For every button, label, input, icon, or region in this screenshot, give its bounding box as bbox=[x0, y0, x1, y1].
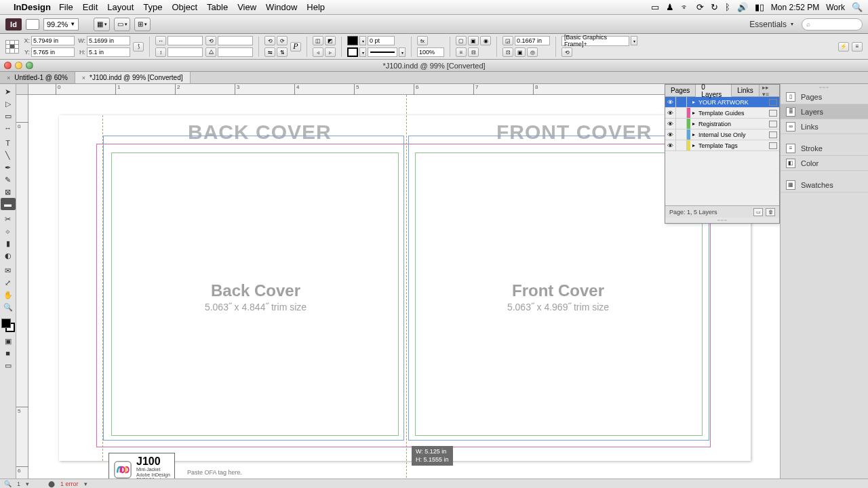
lock-toggle[interactable] bbox=[676, 140, 687, 150]
page-tool[interactable]: ▭ bbox=[1, 110, 16, 122]
layer-row[interactable]: 👁 ▸ YOUR ARTWORK bbox=[665, 97, 779, 108]
vertical-ruler[interactable]: 0 5 6 bbox=[16, 95, 28, 488]
delete-layer-button[interactable]: 🗑 bbox=[766, 208, 775, 216]
rectangle-tool[interactable]: ▬ bbox=[1, 198, 16, 210]
opacity-input[interactable]: 100% bbox=[417, 47, 444, 57]
visibility-toggle[interactable]: 👁 bbox=[665, 108, 676, 118]
formatting-container[interactable]: ▣ bbox=[1, 335, 16, 347]
eyedropper-tool[interactable]: ⤢ bbox=[1, 277, 16, 289]
panel-button-links[interactable]: ∞Links bbox=[781, 119, 868, 134]
close-window[interactable] bbox=[4, 62, 12, 69]
w-input[interactable]: 5.1699 in bbox=[87, 36, 130, 45]
sync-icon[interactable]: ⟳ bbox=[696, 2, 704, 12]
object-style-dropdown[interactable]: [Basic Graphics Frame]+ bbox=[561, 36, 629, 46]
hand-tool[interactable]: ✋ bbox=[1, 289, 16, 301]
ruler-origin[interactable] bbox=[16, 84, 28, 95]
menu-view[interactable]: View bbox=[237, 2, 256, 12]
battery-icon[interactable]: ▮▯ bbox=[755, 2, 764, 12]
layer-row[interactable]: 👁 ▸ Template Tags bbox=[665, 140, 779, 151]
wrap-shape[interactable]: ◉ bbox=[480, 36, 491, 45]
fill-swatch[interactable] bbox=[347, 36, 358, 45]
quick-apply[interactable]: ⚡ bbox=[838, 42, 849, 52]
y-input[interactable]: 5.765 in bbox=[31, 47, 75, 57]
wrap-jump[interactable]: ≡ bbox=[456, 47, 467, 57]
lock-toggle[interactable] bbox=[676, 119, 687, 129]
canvas-area[interactable]: 0 1 2 3 4 5 6 7 8 0 5 6 BACK COVER FRONT… bbox=[16, 84, 868, 488]
close-tab-icon[interactable]: × bbox=[7, 75, 10, 81]
fit-content[interactable]: ⊡ bbox=[502, 47, 513, 57]
free-transform-tool[interactable]: ⟐ bbox=[1, 225, 16, 237]
stroke-style-dropdown[interactable]: ▾ bbox=[399, 47, 406, 57]
panel-button-swatches[interactable]: ▦Swatches bbox=[781, 178, 868, 192]
screen-mode-tool[interactable]: ▭ bbox=[1, 359, 16, 371]
gap-tool[interactable]: ↔ bbox=[1, 122, 16, 134]
fill-dropdown[interactable]: ▾ bbox=[359, 36, 366, 45]
minimize-window[interactable] bbox=[15, 62, 22, 69]
layer-row[interactable]: 👁 ▸ Registration bbox=[665, 119, 779, 129]
line-tool[interactable]: ╲ bbox=[1, 149, 16, 161]
clock[interactable]: Mon 2:52 PM bbox=[771, 3, 819, 12]
rotate-input[interactable] bbox=[218, 36, 253, 45]
panel-grip[interactable]: ┉┉┉ bbox=[781, 84, 868, 89]
select-container[interactable]: ◫ bbox=[313, 36, 323, 45]
extension-icon[interactable]: ♟ bbox=[666, 2, 674, 12]
scissors-tool[interactable]: ✂ bbox=[1, 213, 16, 225]
app-name[interactable]: InDesign bbox=[14, 2, 51, 12]
gradient-feather-tool[interactable]: ◐ bbox=[1, 249, 16, 262]
workspace-switcher[interactable]: Essentials▾ bbox=[749, 20, 793, 29]
bridge-button[interactable] bbox=[26, 19, 39, 30]
timemachine-icon[interactable]: ↻ bbox=[711, 2, 718, 12]
menu-window[interactable]: Window bbox=[266, 2, 297, 12]
stroke-swatch[interactable] bbox=[347, 47, 358, 57]
panel-button-stroke[interactable]: ≡Stroke bbox=[781, 141, 868, 156]
type-tool[interactable]: T bbox=[1, 137, 16, 149]
rectangle-frame-tool[interactable]: ⊠ bbox=[1, 186, 16, 198]
preflight-icon[interactable]: 🔍 bbox=[4, 481, 12, 487]
rotate-cw-button[interactable]: ⟳ bbox=[277, 36, 288, 45]
pencil-tool[interactable]: ✎ bbox=[1, 174, 16, 186]
panel-button-layers[interactable]: ≣Layers bbox=[781, 104, 868, 119]
visibility-toggle[interactable]: 👁 bbox=[665, 119, 676, 129]
note-tool[interactable]: ✉ bbox=[1, 264, 16, 277]
visibility-toggle[interactable]: 👁 bbox=[665, 140, 676, 150]
x-input[interactable]: 5.7949 in bbox=[31, 36, 75, 45]
scale-x-input[interactable] bbox=[167, 36, 203, 45]
panel-tab-links[interactable]: Links bbox=[732, 85, 759, 96]
constrain-proportions[interactable]: ⟆ bbox=[133, 42, 144, 52]
document-tab[interactable]: ×Untitled-1 @ 60% bbox=[0, 72, 75, 83]
fill-stroke-swatches[interactable] bbox=[1, 319, 15, 332]
selection-tool[interactable]: ➤ bbox=[1, 85, 16, 98]
flip-h-button[interactable]: ⇋ bbox=[264, 47, 275, 57]
pen-tool[interactable]: ✒ bbox=[1, 161, 16, 174]
visibility-toggle[interactable]: 👁 bbox=[665, 129, 676, 140]
panel-menu-icon[interactable]: ≡ bbox=[852, 42, 863, 52]
menu-type[interactable]: Type bbox=[143, 2, 162, 12]
pen-target-icon[interactable] bbox=[769, 99, 777, 106]
zoom-window[interactable] bbox=[26, 62, 33, 69]
wifi-icon[interactable]: ᯤ bbox=[681, 2, 690, 12]
wrap-none[interactable]: ▢ bbox=[456, 36, 467, 45]
h-input[interactable]: 5.1 in bbox=[87, 47, 130, 57]
fx-button[interactable]: fx bbox=[417, 36, 428, 45]
panel-button-pages[interactable]: ▯Pages bbox=[781, 89, 868, 104]
lock-toggle[interactable] bbox=[676, 108, 687, 118]
rotate-ccw-button[interactable]: ⟲ bbox=[264, 36, 275, 45]
menu-file[interactable]: File bbox=[59, 2, 73, 12]
stroke-dropdown[interactable]: ▾ bbox=[359, 47, 366, 57]
center-content[interactable]: ◎ bbox=[527, 47, 538, 57]
select-prev[interactable]: ◃ bbox=[313, 47, 323, 57]
zoom-field[interactable]: 99.2%▼ bbox=[43, 18, 79, 30]
menu-edit[interactable]: Edit bbox=[83, 2, 98, 12]
lock-toggle[interactable] bbox=[676, 129, 687, 140]
visibility-toggle[interactable]: 👁 bbox=[665, 97, 676, 107]
corner-input[interactable]: 0.1667 in bbox=[515, 36, 550, 45]
volume-icon[interactable]: 🔊 bbox=[737, 2, 748, 12]
select-content[interactable]: ◩ bbox=[325, 36, 336, 45]
scale-y-input[interactable] bbox=[167, 47, 203, 57]
stroke-style[interactable] bbox=[368, 47, 397, 57]
panel-grip[interactable]: ┉┉┉ bbox=[665, 218, 779, 223]
menu-help[interactable]: Help bbox=[307, 2, 325, 12]
document-tab[interactable]: ×*J100.indd @ 99% [Converted] bbox=[75, 72, 191, 83]
select-next[interactable]: ▹ bbox=[325, 47, 336, 57]
stroke-weight-input[interactable]: 0 pt bbox=[368, 36, 395, 45]
